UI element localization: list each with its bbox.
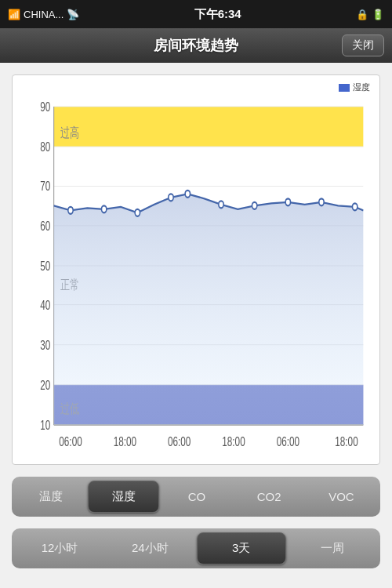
- svg-text:10: 10: [40, 418, 50, 432]
- svg-text:18:00: 18:00: [335, 434, 358, 448]
- tab-3d[interactable]: 3天: [197, 532, 286, 564]
- app-header: 房间环境趋势 关闭: [0, 28, 392, 63]
- battery-icon: 🔋: [372, 9, 384, 20]
- svg-text:60: 60: [40, 219, 50, 233]
- data-point: [135, 209, 140, 216]
- chart-area-fill: [54, 194, 364, 425]
- svg-text:50: 50: [40, 259, 50, 273]
- data-point: [352, 203, 357, 210]
- status-right: 🔒 🔋: [356, 9, 384, 20]
- time-display: 下午6:34: [194, 7, 241, 22]
- svg-text:70: 70: [40, 179, 50, 193]
- svg-text:过高: 过高: [60, 125, 78, 140]
- metric-tabs: 温度 湿度 CO CO2 VOC: [12, 477, 380, 517]
- chart-legend: 湿度: [339, 82, 370, 93]
- page-title: 房间环境趋势: [154, 36, 238, 55]
- time-tabs: 12小时 24小时 3天 一周: [12, 528, 380, 568]
- lock-icon: 🔒: [356, 9, 368, 20]
- status-left: 📶 CHINA... 📡: [8, 9, 79, 20]
- svg-text:06:00: 06:00: [59, 434, 82, 448]
- zone-high: [54, 107, 364, 147]
- svg-text:06:00: 06:00: [168, 434, 191, 448]
- svg-text:06:00: 06:00: [277, 434, 299, 448]
- main-content: 湿度 90 80 70 60 50: [0, 63, 392, 588]
- svg-text:40: 40: [40, 298, 50, 312]
- legend-color-box: [339, 84, 350, 92]
- svg-text:20: 20: [40, 378, 50, 392]
- data-point: [169, 194, 173, 201]
- svg-text:80: 80: [40, 140, 50, 154]
- tab-co2[interactable]: CO2: [234, 481, 304, 513]
- svg-text:18:00: 18:00: [114, 434, 136, 448]
- svg-text:90: 90: [40, 100, 50, 114]
- chart-container: 湿度 90 80 70 60 50: [12, 74, 380, 465]
- data-point: [252, 202, 256, 209]
- tab-co[interactable]: CO: [162, 481, 231, 513]
- svg-text:18:00: 18:00: [222, 434, 245, 448]
- svg-text:30: 30: [40, 338, 50, 352]
- close-button[interactable]: 关闭: [342, 34, 384, 56]
- data-point: [285, 198, 290, 205]
- data-point: [319, 198, 324, 205]
- tab-voc[interactable]: VOC: [307, 481, 376, 513]
- data-point: [185, 191, 190, 198]
- tab-12h[interactable]: 12小时: [16, 532, 103, 564]
- tab-24h[interactable]: 24小时: [106, 532, 194, 564]
- line-chart: 90 80 70 60 50 40 30 20 10 过高 正常 过低: [20, 83, 372, 460]
- carrier-text: CHINA...: [24, 9, 64, 20]
- tab-1w[interactable]: 一周: [289, 532, 376, 564]
- tab-temperature[interactable]: 温度: [16, 481, 85, 513]
- data-point: [219, 201, 223, 208]
- status-bar: 📶 CHINA... 📡 下午6:34 🔒 🔋: [0, 0, 392, 28]
- wifi-icon: 📡: [67, 9, 79, 20]
- legend-label: 湿度: [353, 82, 370, 93]
- signal-icon: 📶: [8, 9, 20, 20]
- data-point: [101, 205, 106, 212]
- data-point: [68, 207, 73, 214]
- tab-humidity[interactable]: 湿度: [88, 481, 159, 513]
